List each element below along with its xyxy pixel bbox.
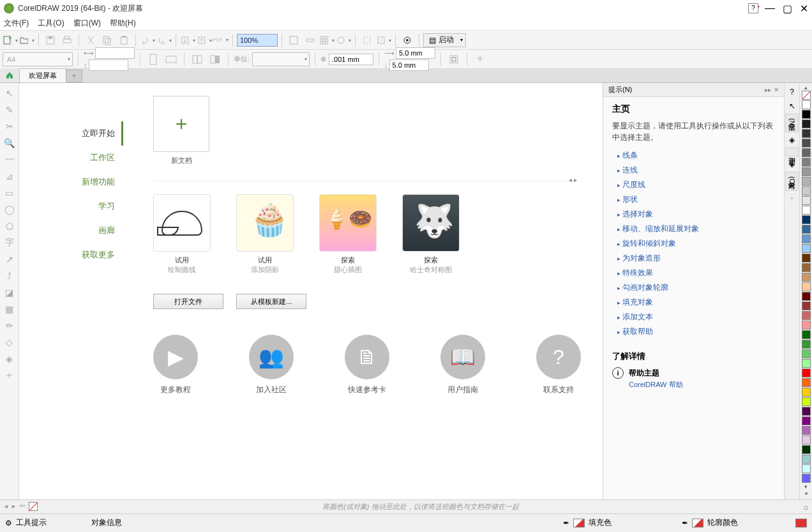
swatch-13[interactable] — [802, 225, 811, 234]
doc-no-color-swatch[interactable] — [29, 502, 38, 511]
sample-0[interactable]: 试用 绘制曲线 — [153, 194, 211, 275]
export-button[interactable] — [197, 33, 212, 48]
tab-add-button[interactable]: + — [66, 70, 82, 82]
swatch-6[interactable] — [802, 158, 811, 167]
side-diamond-icon[interactable]: ◈ — [786, 133, 799, 146]
swatch-10[interactable] — [802, 196, 811, 205]
from-template-button[interactable]: 从模板新建... — [236, 294, 306, 309]
landscape-button[interactable] — [163, 52, 179, 67]
transparency-tool[interactable]: ▦ — [2, 301, 17, 317]
no-color-swatch[interactable] — [802, 91, 811, 100]
treat-as-filled-button[interactable] — [446, 52, 462, 67]
text-tool[interactable]: 字 — [2, 235, 17, 250]
side-add-icon[interactable]: + — [786, 192, 799, 205]
nudge-input[interactable] — [329, 54, 373, 65]
sidebar-workspace[interactable]: 工作区 — [19, 146, 115, 170]
swatch-23[interactable] — [802, 321, 811, 330]
new-button[interactable]: + — [3, 33, 18, 48]
menu-tools[interactable]: 工具(O) — [38, 18, 64, 29]
drop-shadow-tool[interactable]: ◪ — [2, 285, 17, 300]
fill-indicator[interactable] — [573, 519, 585, 528]
hint-link-9[interactable]: 勾画对象轮廓 — [612, 280, 775, 295]
minimize-button[interactable]: — — [765, 3, 775, 15]
options-button[interactable] — [400, 33, 415, 48]
swatch-14[interactable] — [802, 234, 811, 243]
swatch-3[interactable] — [802, 129, 811, 138]
quick-customize[interactable]: + — [2, 368, 17, 383]
swatch-28[interactable] — [802, 369, 811, 377]
unit-combo[interactable] — [252, 52, 310, 66]
fill-tool[interactable]: ◇ — [2, 335, 17, 350]
palette-down[interactable]: ▾ — [804, 483, 808, 490]
import-button[interactable] — [180, 33, 195, 48]
menu-window[interactable]: 窗口(W) — [73, 18, 101, 29]
print-button[interactable] — [59, 33, 75, 48]
dup-y-input[interactable] — [389, 59, 429, 71]
page-width-input[interactable] — [95, 47, 135, 59]
snap-off-button[interactable] — [359, 33, 375, 48]
save-button[interactable] — [43, 33, 58, 48]
side-tab-objects[interactable]: 对象(O) — [785, 172, 799, 191]
coreldraw-help-link[interactable]: CorelDRAW 帮助 — [629, 380, 775, 390]
freehand-tool[interactable]: 〰 — [2, 152, 17, 167]
maximize-button[interactable]: ▢ — [783, 3, 792, 15]
swatch-22[interactable] — [802, 311, 811, 320]
pick-tool[interactable]: ↖ — [2, 86, 17, 101]
hint-link-1[interactable]: 连线 — [612, 163, 775, 178]
hint-link-8[interactable]: 特殊效果 — [612, 266, 775, 280]
palette-nav-right[interactable]: ▸ — [11, 502, 15, 512]
swatch-26[interactable] — [802, 349, 811, 358]
swatch-9[interactable] — [802, 186, 811, 195]
swatch-35[interactable] — [802, 436, 811, 445]
swatch-12[interactable] — [802, 215, 811, 224]
hint-link-0[interactable]: 线条 — [612, 148, 775, 163]
swatch-16[interactable] — [802, 254, 811, 262]
side-help-icon[interactable]: ? — [786, 86, 799, 98]
rulers-button[interactable] — [303, 33, 318, 48]
side-layers-icon[interactable]: ◈ — [786, 158, 799, 171]
home-tab-icon[interactable] — [0, 68, 19, 82]
side-tab-test[interactable]: 测评 — [785, 148, 799, 156]
swatch-32[interactable] — [802, 407, 811, 416]
guides-button[interactable] — [336, 33, 351, 48]
grid-button[interactable] — [319, 33, 335, 48]
swatch-38[interactable] — [802, 464, 811, 473]
fullscreen-button[interactable] — [286, 33, 301, 48]
swatch-19[interactable] — [802, 282, 811, 291]
sample-3[interactable]: 探索 哈士奇对称图 — [402, 194, 460, 275]
swatch-1[interactable] — [802, 110, 811, 119]
open-button[interactable] — [19, 33, 34, 48]
sidebar-getmore[interactable]: 获取更多 — [19, 243, 115, 267]
cut-button[interactable] — [83, 33, 98, 48]
swatch-2[interactable] — [802, 119, 811, 128]
palette-home-icon[interactable]: ⌂ — [804, 503, 808, 512]
resource-support[interactable]: ? 联系支持 — [536, 335, 581, 395]
shape-tool[interactable]: ✎ — [2, 102, 17, 118]
sidebar-gallery[interactable]: 画廊 — [19, 218, 115, 243]
resource-guide[interactable]: 📖 用户指南 — [440, 335, 485, 395]
side-tab-hints[interactable]: 提示(N) — [785, 114, 799, 132]
swatch-24[interactable] — [802, 330, 811, 339]
swatch-30[interactable] — [802, 388, 811, 397]
crop-tool[interactable]: ✂ — [2, 119, 17, 134]
sidebar-start[interactable]: 立即开始 — [19, 121, 123, 146]
new-document-tile[interactable]: + — [153, 96, 209, 152]
hint-link-10[interactable]: 填充对象 — [612, 295, 775, 310]
swatch-17[interactable] — [802, 263, 811, 272]
current-page-button[interactable] — [207, 52, 223, 67]
swatch-29[interactable] — [802, 378, 811, 387]
swatch-27[interactable] — [802, 359, 811, 368]
menu-help[interactable]: 帮助(H) — [110, 18, 136, 29]
outline-tool[interactable]: ◈ — [2, 351, 17, 367]
page-size-combo[interactable]: A4 — [3, 52, 73, 66]
hint-link-12[interactable]: 获取帮助 — [612, 324, 775, 339]
resource-quickref[interactable]: 🗎 快速参考卡 — [345, 335, 389, 395]
swatch-39[interactable] — [802, 474, 811, 483]
tab-welcome[interactable]: 欢迎屏幕 — [19, 68, 66, 82]
page-height-input[interactable] — [89, 59, 128, 71]
hint-link-5[interactable]: 移动、缩放和延展对象 — [612, 222, 775, 236]
undo-button[interactable] — [140, 33, 155, 48]
carousel-chevrons[interactable]: ◂ ▸ — [569, 176, 577, 183]
swatch-4[interactable] — [802, 139, 811, 148]
swatch-36[interactable] — [802, 445, 811, 454]
